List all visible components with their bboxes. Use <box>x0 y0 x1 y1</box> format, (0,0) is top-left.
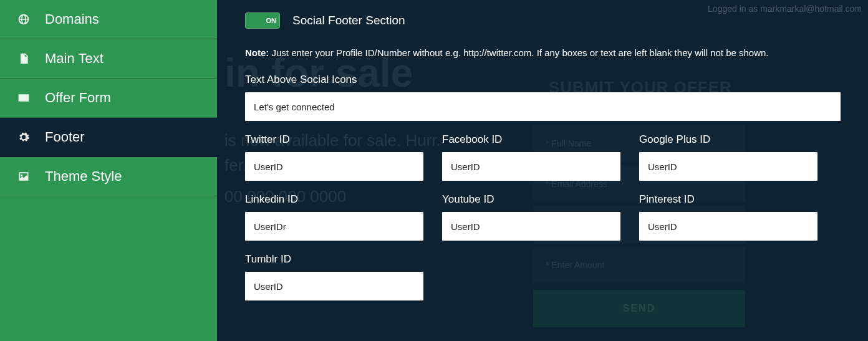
label-pinterest: Pinterest ID <box>639 193 817 206</box>
document-icon <box>15 52 32 65</box>
field-twitter: Twitter ID <box>245 133 423 181</box>
sidebar-item-label: Footer <box>45 129 85 145</box>
image-icon <box>15 170 32 183</box>
label-linkedin: Linkedin ID <box>245 193 423 206</box>
input-tumblr[interactable] <box>245 272 423 300</box>
sidebar-item-theme-style[interactable]: Theme Style <box>0 157 217 196</box>
login-status: Logged in as markmarkal@hotmail.com <box>708 4 862 14</box>
sidebar: Domains Main Text Offer Form Footer Them… <box>0 0 217 341</box>
field-text-above: Text Above Social Icons <box>245 74 841 121</box>
label-text-above: Text Above Social Icons <box>245 74 841 86</box>
label-tumblr: Tumblr ID <box>245 253 423 266</box>
globe-icon <box>15 13 32 26</box>
field-linkedin: Linkedin ID <box>245 193 423 241</box>
field-tumblr: Tumblr ID <box>245 253 423 300</box>
toggle-state-label: ON <box>266 17 277 24</box>
label-twitter: Twitter ID <box>245 133 423 146</box>
input-linkedin[interactable] <box>245 212 423 241</box>
note-body: Just enter your Profile ID/Number withou… <box>269 47 768 58</box>
input-text-above[interactable] <box>245 92 841 121</box>
envelope-icon <box>15 92 32 104</box>
input-pinterest[interactable] <box>639 212 817 241</box>
field-youtube: Youtube ID <box>442 193 620 241</box>
sidebar-item-label: Domains <box>45 11 99 27</box>
input-google[interactable] <box>639 152 817 181</box>
gear-icon <box>15 131 32 143</box>
sidebar-item-main-text[interactable]: Main Text <box>0 39 217 79</box>
section-title: Social Footer Section <box>292 14 405 27</box>
field-facebook: Facebook ID <box>442 133 620 181</box>
sidebar-item-domains[interactable]: Domains <box>0 0 217 39</box>
label-facebook: Facebook ID <box>442 133 620 146</box>
field-google: Google Plus ID <box>639 133 817 181</box>
input-twitter[interactable] <box>245 152 423 181</box>
sidebar-item-footer[interactable]: Footer <box>0 118 217 157</box>
section-toggle-row: ON Social Footer Section <box>245 12 843 29</box>
section-toggle[interactable]: ON <box>245 12 280 29</box>
login-email: markmarkal@hotmail.com <box>760 4 862 14</box>
sidebar-item-label: Theme Style <box>45 168 122 185</box>
input-facebook[interactable] <box>442 152 620 181</box>
login-prefix: Logged in as <box>708 4 760 14</box>
note-label: Note: <box>245 47 269 58</box>
sidebar-item-offer-form[interactable]: Offer Form <box>0 79 217 118</box>
main-content: ON Social Footer Section Note: Just ente… <box>217 0 868 313</box>
label-google: Google Plus ID <box>639 133 817 146</box>
sidebar-item-label: Offer Form <box>45 90 111 106</box>
label-youtube: Youtube ID <box>442 193 620 206</box>
note-text: Note: Just enter your Profile ID/Number … <box>245 47 843 58</box>
sidebar-item-label: Main Text <box>45 50 104 67</box>
input-youtube[interactable] <box>442 212 620 241</box>
form-grid: Text Above Social Icons Twitter ID Faceb… <box>245 74 843 300</box>
field-pinterest: Pinterest ID <box>639 193 817 241</box>
